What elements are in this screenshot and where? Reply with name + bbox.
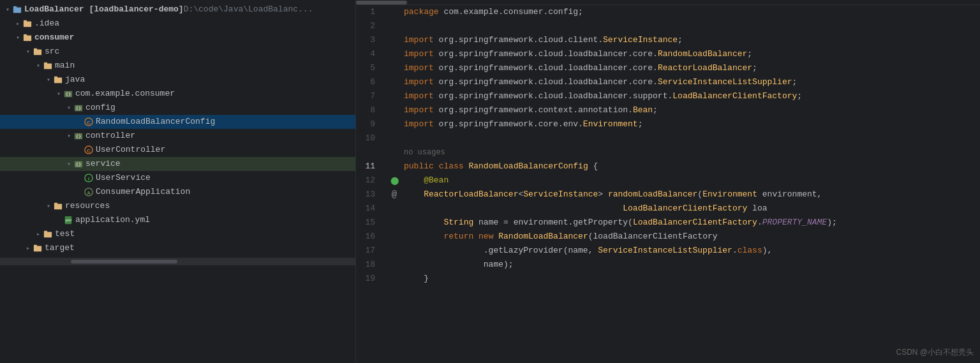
sidebar-item-package-consumer[interactable]: {} com.example.consumer	[0, 87, 355, 101]
config-package-icon: {}	[74, 103, 83, 112]
file-tree-sidebar[interactable]: LoadBalancer [loadbalancer-demo] D:\code…	[0, 0, 356, 363]
yml-label: application.yml	[75, 213, 150, 227]
gutter-13-at[interactable]: @	[388, 188, 401, 202]
ln-1: 1	[356, 5, 382, 19]
user-controller-icon: C	[84, 145, 93, 154]
sidebar-item-service[interactable]: {} service	[0, 157, 355, 171]
consumer-label: consumer	[34, 31, 74, 45]
kw-import-4: import	[404, 49, 434, 59]
annotation-bean: @Bean	[404, 175, 449, 185]
consumer-app-label: ConsumerApplication	[96, 185, 190, 199]
editor-top-scrollbar[interactable]	[356, 0, 980, 5]
rlbc-chevron	[74, 117, 84, 127]
sidebar-item-java[interactable]: java	[0, 73, 355, 87]
import-7-cls: LoadBalancerClientFactory	[672, 91, 797, 101]
gutter-12-bean[interactable]: ⬤	[388, 174, 401, 188]
user-controller-label: UserController	[96, 143, 165, 157]
gutter-3	[388, 33, 401, 47]
project-root-path: D:\code\Java\LoadBalanc...	[184, 3, 313, 17]
gutter-4	[388, 47, 401, 61]
sidebar-item-config[interactable]: {} config	[0, 101, 355, 115]
sidebar-item-consumer-app[interactable]: A ConsumerApplication	[0, 185, 355, 199]
svg-rect-35	[34, 245, 37, 247]
svg-text:{}: {}	[76, 134, 81, 139]
ln-15: 15	[356, 216, 382, 230]
line-numbers-gutter: 1 2 3 4 5 6 7 8 9 10 11 12 13 14 15 16 1…	[356, 5, 388, 363]
type-reactor: ReactorLoadBalancer	[424, 189, 518, 199]
svg-rect-4	[24, 36, 31, 41]
gutter-6	[388, 75, 401, 89]
project-folder-icon	[13, 5, 22, 14]
user-service-icon: I	[84, 174, 93, 182]
test-label: test	[55, 227, 75, 241]
gutter-11	[388, 159, 401, 174]
sidebar-item-user-controller[interactable]: C UserController	[0, 143, 355, 157]
rlbc-label: RandomLoadBalancerConfig	[96, 115, 215, 129]
project-root-label: LoadBalancer [loadbalancer-demo]	[24, 3, 184, 17]
kw-package: package	[404, 7, 439, 17]
ln-9: 9	[356, 117, 382, 131]
import-5-pkg: org.springframework.cloud.loadbalancer.c…	[434, 63, 658, 73]
controller-label: controller	[85, 129, 135, 143]
code-line-6: import org.springframework.cloud.loadbal…	[404, 75, 980, 89]
sidebar-item-src[interactable]: src	[0, 45, 355, 59]
config-chevron	[64, 103, 74, 113]
consumer-app-icon: A	[84, 188, 93, 196]
ln-7: 7	[356, 89, 382, 103]
svg-text:C: C	[87, 148, 91, 154]
editor-top-scrollbar-thumb	[356, 1, 407, 4]
sidebar-item-idea[interactable]: .idea	[0, 17, 355, 31]
kw-import-9: import	[404, 119, 434, 129]
sidebar-item-main[interactable]: main	[0, 59, 355, 73]
kw-import-5: import	[404, 63, 434, 73]
gutter-no-usages	[388, 145, 401, 159]
method-name: randomLoadBalancer	[608, 189, 697, 199]
ln-11: 11	[356, 159, 382, 174]
sidebar-item-test[interactable]: test	[0, 227, 355, 241]
ln-5: 5	[356, 61, 382, 75]
kw-new: new	[479, 232, 493, 241]
param-type-env: Environment	[702, 189, 757, 199]
ln-6: 6	[356, 75, 382, 89]
svg-rect-0	[13, 8, 21, 13]
idea-chevron	[13, 19, 23, 29]
import-4-pkg: org.springframework.cloud.loadbalancer.c…	[434, 49, 658, 59]
code-line-15: String name = environment.getProperty(Lo…	[404, 216, 980, 230]
sidebar-item-user-service[interactable]: I UserService	[0, 171, 355, 185]
svg-rect-29	[54, 203, 57, 205]
svg-text:{}: {}	[76, 106, 81, 111]
sidebar-item-consumer[interactable]: consumer	[0, 31, 355, 45]
code-line-13: ReactorLoadBalancer<ServiceInstance> ran…	[404, 188, 980, 202]
sidebar-item-controller[interactable]: {} controller	[0, 129, 355, 143]
code-line-19: }	[404, 272, 980, 286]
target-chevron	[23, 243, 33, 253]
kw-public: public	[404, 161, 434, 171]
target-label: target	[45, 241, 75, 255]
code-line-5: import org.springframework.cloud.loadbal…	[404, 61, 980, 75]
ln-14: 14	[356, 202, 382, 216]
type-sils: ServiceInstanceListSupplier	[598, 246, 732, 255]
gutter-5	[388, 61, 401, 75]
no-usages-text: no usages	[404, 145, 445, 159]
sidebar-item-application-yml[interactable]: yml application.yml	[0, 213, 355, 227]
editor-content-area: 1 2 3 4 5 6 7 8 9 10 11 12 13 14 15 16 1…	[356, 5, 980, 363]
code-line-12: @Bean	[404, 174, 980, 188]
svg-rect-6	[34, 50, 41, 56]
svg-rect-1	[13, 6, 17, 8]
code-line-4: import org.springframework.cloud.loadbal…	[404, 47, 980, 61]
import-5-cls: ReactorLoadBalancer	[658, 63, 752, 73]
sidebar-item-resources[interactable]: resources	[0, 199, 355, 213]
code-line-1: package com.example.consumer.config;	[404, 5, 980, 19]
kw-import-8: import	[404, 105, 434, 115]
test-folder-icon	[43, 230, 52, 239]
project-root-item[interactable]: LoadBalancer [loadbalancer-demo] D:\code…	[0, 3, 355, 17]
code-line-14: LoadBalancerClientFactory loa	[404, 202, 980, 216]
sidebar-item-target[interactable]: target	[0, 241, 355, 255]
sidebar-item-random-lb-config[interactable]: C RandomLoadBalancerConfig	[0, 115, 355, 129]
sidebar-scrollbar[interactable]	[0, 258, 355, 265]
type-string: String	[443, 218, 473, 227]
kw-import-6: import	[404, 77, 434, 87]
import-6-cls: ServiceInstanceListSupplier	[658, 77, 792, 87]
package-consumer-label: com.example.consumer	[75, 87, 175, 101]
gutter-8	[388, 103, 401, 117]
